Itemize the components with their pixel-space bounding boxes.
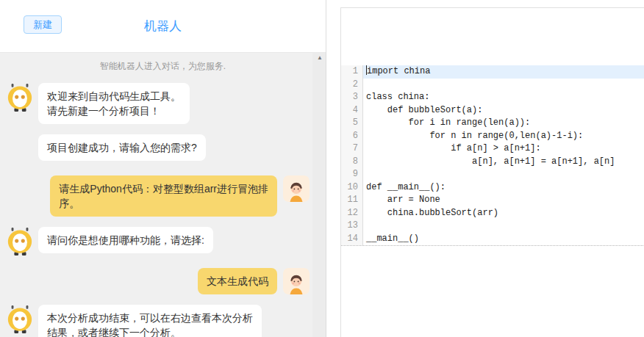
code-text: arr = None	[363, 194, 644, 207]
user-avatar	[283, 175, 310, 202]
chat-area[interactable]: 智能机器人进入对话，为您服务. 欢迎来到自动代码生成工具。 请先新建一个分析项目…	[0, 53, 326, 337]
code-text: for i in range(len(a)):	[363, 117, 644, 130]
chat-message-row: 请问你是想使用哪种功能，请选择:	[6, 227, 310, 258]
robot-avatar-icon	[6, 325, 34, 337]
code-line[interactable]: 8 a[n], a[n+1] = a[n+1], a[n]	[341, 156, 644, 169]
line-number: 10	[341, 181, 363, 195]
code-line[interactable]: 10 def __main__():	[341, 181, 644, 195]
panel-title: 机器人	[0, 18, 326, 35]
code-result-box: 1 import china 2 3 class china: 4 def bu…	[340, 7, 644, 337]
message-bubble: 请生成Python代码：对整型数组arr进行冒泡排 序。	[50, 175, 277, 217]
line-number: 8	[341, 156, 363, 169]
line-number: 5	[341, 117, 363, 130]
code-text: __main__()	[363, 233, 644, 246]
code-text	[363, 168, 644, 181]
message-bubble: 项目创建成功，请输入您的需求?	[38, 134, 206, 161]
chat-header: 新建 机器人	[0, 0, 326, 53]
chat-panel: 新建 机器人 智能机器人进入对话，为您服务. 欢迎来到自动代码生成工具。 请先新…	[0, 0, 326, 337]
robot-avatar-icon	[6, 104, 34, 116]
user-avatar	[283, 268, 310, 294]
line-number: 2	[341, 79, 363, 92]
line-number: 1	[341, 65, 363, 79]
code-line[interactable]: 3 class china:	[341, 91, 644, 104]
person-avatar-icon	[283, 284, 310, 294]
code-line[interactable]: 11 arr = None	[341, 194, 644, 207]
editor-toolbar-space	[341, 8, 644, 65]
chat-message-row: 本次分析成功结束，可以在右边查看本次分析 结果，或者继续下一个分析。	[6, 305, 310, 337]
code-line[interactable]: 4 def bubbleSort(a):	[341, 104, 644, 117]
code-editor[interactable]: 1 import china 2 3 class china: 4 def bu…	[341, 65, 644, 246]
chat-scrollbar[interactable]: ▲	[312, 53, 326, 337]
code-text: def __main__():	[363, 181, 644, 195]
text-cursor	[366, 65, 367, 75]
line-number: 6	[341, 130, 363, 143]
chat-message-row: 请生成Python代码：对整型数组arr进行冒泡排 序。	[6, 175, 310, 217]
line-number: 3	[341, 91, 363, 104]
code-line[interactable]: 2	[341, 79, 644, 92]
code-text: china.bubbleSort(arr)	[363, 207, 644, 220]
line-number: 4	[341, 104, 363, 117]
line-number: 13	[341, 220, 363, 233]
code-line[interactable]: 12 china.bubbleSort(arr)	[341, 207, 644, 220]
code-line[interactable]: 7 if a[n] > a[n+1]:	[341, 142, 644, 156]
line-number: 11	[341, 194, 363, 207]
person-avatar-icon	[283, 192, 310, 202]
scroll-up-arrow-icon[interactable]: ▲	[317, 54, 323, 62]
chat-message-row: 项目创建成功，请输入您的需求?	[6, 134, 310, 165]
message-list: 欢迎来到自动代码生成工具。 请先新建一个分析项目！ 项目创建成功，请输入您的需求…	[0, 83, 326, 337]
bot-avatar	[6, 83, 34, 114]
code-line[interactable]: 14 __main__()	[341, 233, 644, 246]
chat-status-text: 智能机器人进入对话，为您服务.	[0, 60, 326, 73]
code-text	[363, 79, 644, 92]
code-text: a[n], a[n+1] = a[n+1], a[n]	[363, 156, 644, 169]
message-bubble: 请问你是想使用哪种功能，请选择:	[38, 227, 213, 253]
code-text: for n in range(0,len(a)-1-i):	[363, 130, 644, 143]
code-text: def bubbleSort(a):	[363, 104, 644, 117]
code-line[interactable]: 9	[341, 168, 644, 181]
line-number: 14	[341, 233, 363, 246]
code-text: class china:	[363, 91, 644, 104]
result-panel: 1 import china 2 3 class china: 4 def bu…	[326, 0, 644, 337]
code-line[interactable]: 5 for i in range(len(a)):	[341, 117, 644, 130]
code-line[interactable]: 1 import china	[341, 65, 644, 79]
line-number: 9	[341, 168, 363, 181]
code-line[interactable]: 6 for n in range(0,len(a)-1-i):	[341, 130, 644, 143]
message-bubble: 欢迎来到自动代码生成工具。 请先新建一个分析项目！	[38, 83, 190, 124]
code-text	[363, 220, 644, 233]
line-number: 12	[341, 207, 363, 220]
message-bubble: 文本生成代码	[198, 268, 277, 294]
chat-message-row: 欢迎来到自动代码生成工具。 请先新建一个分析项目！	[6, 83, 310, 124]
line-number: 7	[341, 142, 363, 156]
chat-message-row: 文本生成代码	[6, 268, 310, 294]
code-text: if a[n] > a[n+1]:	[363, 142, 644, 156]
robot-avatar-icon	[6, 247, 34, 260]
code-text: import china	[363, 65, 644, 79]
message-bubble: 本次分析成功结束，可以在右边查看本次分析 结果，或者继续下一个分析。	[38, 305, 262, 337]
bot-avatar	[6, 227, 34, 258]
bot-avatar	[6, 305, 34, 336]
code-line[interactable]: 13	[341, 220, 644, 233]
